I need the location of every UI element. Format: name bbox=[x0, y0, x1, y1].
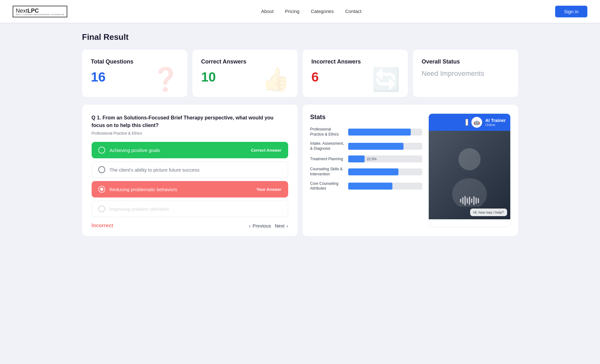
navbar: NextLPC NEXT LICENSED PROFESSIONAL COUNS… bbox=[0, 0, 600, 23]
ai-trainer-header: ‹ 🤖 AI Trainer Online bbox=[429, 114, 510, 131]
svg-point-0 bbox=[458, 148, 481, 170]
answer-option-your-answer[interactable]: Reducing problematic behaviors Your Answ… bbox=[92, 181, 288, 197]
incorrect-result-label: Incorrect bbox=[92, 223, 113, 228]
ai-info: AI Trainer Online bbox=[485, 118, 506, 127]
next-chevron-icon: › bbox=[287, 223, 288, 228]
wave-bar-2 bbox=[462, 197, 464, 204]
bar-fill-4 bbox=[348, 168, 398, 175]
stats-cards-row: Total Questions 16 ❓ Correct Answers 10 … bbox=[82, 50, 518, 97]
nav-buttons: ‹ Previous Next › bbox=[249, 223, 288, 228]
page-title: Final Result bbox=[82, 32, 518, 42]
wave-bar-9 bbox=[478, 198, 479, 203]
wave-bar-7 bbox=[473, 196, 475, 205]
logo: NextLPC NEXT LICENSED PROFESSIONAL COUNS… bbox=[13, 6, 67, 17]
answer-option-neutral-2[interactable]: Improving problem definition bbox=[92, 201, 288, 217]
ai-trainer-card: ‹ 🤖 AI Trainer Online bbox=[428, 113, 511, 227]
radio-neutral-2 bbox=[98, 205, 105, 212]
question-category: Professional Practice & Ethics bbox=[92, 131, 288, 136]
bar-fill-5 bbox=[348, 183, 392, 190]
answer-label-neutral-2: Improving problem definition bbox=[110, 206, 282, 212]
bar-track-4 bbox=[348, 168, 422, 175]
ai-chat-bubble: Hi, how may I help? bbox=[470, 209, 507, 216]
ai-person-placeholder bbox=[429, 131, 510, 219]
audio-wave bbox=[460, 196, 479, 205]
bar-pct-3: 22.5% bbox=[367, 157, 377, 161]
your-answer-badge: Your Answer bbox=[257, 187, 282, 192]
nav-contact[interactable]: Contact bbox=[345, 9, 361, 14]
wave-bar-1 bbox=[460, 199, 461, 203]
wave-bar-5 bbox=[469, 197, 470, 205]
bar-track-2 bbox=[348, 143, 422, 150]
bar-track-1 bbox=[348, 129, 422, 136]
bar-row-3: Treatment Planning 22.5% bbox=[310, 155, 422, 162]
ai-image-area: Hi, how may I help? bbox=[429, 131, 510, 219]
bar-label-2: Intake, Assessment, & Diagnosis bbox=[310, 141, 345, 151]
answer-label-your-answer: Reducing problematic behaviors bbox=[110, 187, 177, 192]
answer-label-neutral-1: The client's ability to picture future s… bbox=[110, 167, 282, 173]
bar-track-3: 22.5% bbox=[348, 155, 422, 162]
next-button[interactable]: Next › bbox=[275, 223, 288, 228]
question-footer: Incorrect ‹ Previous Next › bbox=[92, 223, 288, 228]
questions-icon: ❓ bbox=[151, 68, 180, 91]
incorrect-answers-label: Incorrect Answers bbox=[312, 58, 399, 65]
bar-fill-1 bbox=[348, 129, 411, 136]
bar-row-2: Intake, Assessment, & Diagnosis bbox=[310, 141, 422, 151]
correct-badge: Correct Answer bbox=[251, 148, 281, 153]
overall-status-value: Need Improvements bbox=[422, 70, 509, 78]
bar-label-5: Core Counseling Attributes bbox=[310, 181, 345, 191]
bar-fill-3: 22.5% bbox=[348, 155, 365, 162]
stats-section: Stats Professional Practice & Ethics Int… bbox=[310, 113, 422, 227]
right-panel: Stats Professional Practice & Ethics Int… bbox=[303, 105, 518, 236]
logo-lpc: LPC bbox=[27, 8, 39, 14]
correct-icon: 👍 bbox=[262, 68, 290, 91]
signin-button[interactable]: Sign in bbox=[555, 6, 587, 17]
prev-chevron-icon: ‹ bbox=[249, 223, 251, 228]
wave-bar-6 bbox=[471, 198, 472, 203]
answer-option-correct[interactable]: Achieving positive goals Correct Answer bbox=[92, 142, 288, 158]
ai-trainer-name: AI Trainer bbox=[485, 118, 506, 123]
bar-track-5 bbox=[348, 183, 422, 190]
question-text: Q 1. From an Solutions-Focused Brief The… bbox=[92, 114, 288, 129]
radio-correct bbox=[98, 147, 105, 154]
incorrect-answers-card: Incorrect Answers 6 🔄 bbox=[303, 50, 408, 97]
bar-row-5: Core Counseling Attributes bbox=[310, 181, 422, 191]
nav-pricing[interactable]: Pricing bbox=[285, 9, 300, 14]
bar-row-4: Counseling Skills & Intervention bbox=[310, 167, 422, 177]
answer-option-neutral-1[interactable]: The client's ability to picture future s… bbox=[92, 161, 288, 178]
main-content: Final Result Total Questions 16 ❓ Correc… bbox=[70, 23, 531, 246]
stats-chart-card: Stats Professional Practice & Ethics Int… bbox=[303, 105, 518, 236]
bar-label-3: Treatment Planning bbox=[310, 157, 345, 162]
wave-bar-8 bbox=[476, 197, 477, 204]
logo-sub: NEXT LICENSED PROFESSIONAL COUNSELOR bbox=[16, 14, 64, 15]
question-number: Q 1. bbox=[92, 115, 103, 120]
total-questions-card: Total Questions 16 ❓ bbox=[82, 50, 187, 97]
bar-fill-2 bbox=[348, 143, 404, 150]
stats-title: Stats bbox=[310, 113, 422, 121]
question-card: Q 1. From an Solutions-Focused Brief The… bbox=[82, 105, 298, 236]
wave-bar-3 bbox=[464, 196, 466, 205]
correct-answers-card: Correct Answers 10 👍 bbox=[192, 50, 298, 97]
nav-links: About Pricing Categories Contact bbox=[261, 9, 361, 14]
overall-status-card: Overall Status Need Improvements bbox=[413, 50, 518, 97]
total-questions-label: Total Questions bbox=[91, 58, 179, 65]
bar-row-1: Professional Practice & Ethics bbox=[310, 127, 422, 137]
incorrect-icon: 🔄 bbox=[372, 68, 400, 91]
answer-label-correct: Achieving positive goals bbox=[110, 148, 160, 153]
nav-about[interactable]: About bbox=[261, 9, 274, 14]
ai-avatar: 🤖 bbox=[471, 117, 482, 128]
bar-label-4: Counseling Skills & Intervention bbox=[310, 167, 345, 177]
nav-categories[interactable]: Categories bbox=[311, 9, 334, 14]
logo-next: Next bbox=[16, 8, 27, 14]
radio-your-answer bbox=[98, 186, 105, 193]
ai-back-button[interactable]: ‹ bbox=[465, 119, 468, 126]
radio-neutral-1 bbox=[98, 166, 105, 173]
bottom-row: Q 1. From an Solutions-Focused Brief The… bbox=[82, 105, 518, 236]
overall-status-label: Overall Status bbox=[422, 58, 509, 65]
bar-label-1: Professional Practice & Ethics bbox=[310, 127, 345, 137]
ai-trainer-status: Online bbox=[485, 123, 506, 127]
wave-bar-4 bbox=[467, 198, 468, 203]
previous-button[interactable]: ‹ Previous bbox=[249, 223, 271, 228]
correct-answers-label: Correct Answers bbox=[201, 58, 289, 65]
